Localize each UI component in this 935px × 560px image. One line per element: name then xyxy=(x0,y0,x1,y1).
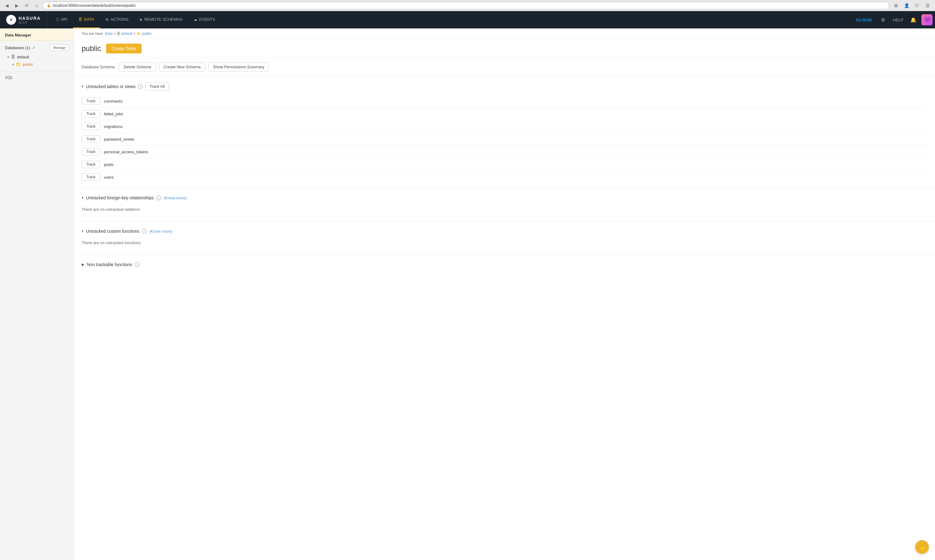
untracked-fk-section: ▾ Untracked foreign-key relationships i … xyxy=(74,189,935,220)
table-name-users: users xyxy=(104,175,114,180)
nav-home-btn[interactable]: ⌂ xyxy=(33,2,40,9)
table-row: Track comments xyxy=(82,95,927,108)
tab-events[interactable]: ☁ EVENTS xyxy=(188,11,221,28)
hasura-logo-text: HASURA v2.3.0 xyxy=(18,16,41,24)
breadcrumb-public-link[interactable]: public xyxy=(142,32,151,36)
untracked-fk-info-icon[interactable]: i xyxy=(156,195,161,200)
databases-title: Databases (1) ✓ xyxy=(5,45,36,50)
main-content: You are here: Data > 🗄 default > 📁 publi… xyxy=(74,28,935,560)
untracked-functions-info-icon[interactable]: i xyxy=(142,229,147,234)
tab-actions[interactable]: ⚙ ACTIONS xyxy=(100,11,134,28)
events-icon: ☁ xyxy=(194,17,197,22)
top-nav: H HASURA v2.3.0 ⬡ API 🗄 DATA ⚙ ACTIONS ◈… xyxy=(0,11,935,28)
untracked-tables-info-icon[interactable]: i xyxy=(138,84,143,89)
wave-btn[interactable]: 👋 xyxy=(915,540,929,554)
non-trackable-info-icon[interactable]: i xyxy=(134,262,139,267)
nav-back-btn[interactable]: ◀ xyxy=(3,2,11,9)
tab-data[interactable]: 🗄 DATA xyxy=(73,11,100,28)
table-row: Track migrations xyxy=(82,120,927,133)
functions-empty-message: There are no untracked functions xyxy=(82,238,927,250)
check-icon: ✓ xyxy=(32,45,36,50)
untracked-fk-title: Untracked foreign-key relationships xyxy=(86,195,154,200)
extensions-btn[interactable]: ⊞ xyxy=(892,1,900,10)
tab-remote-schemas[interactable]: ◈ REMOTE SCHEMAS xyxy=(134,11,188,28)
nav-refresh-btn[interactable]: ↺ xyxy=(23,2,30,9)
databases-header: Databases (1) ✓ Manage xyxy=(5,45,69,51)
breadcrumb-db-icon: 🗄 xyxy=(117,32,120,35)
non-trackable-chevron-icon[interactable]: ▶ xyxy=(82,262,85,267)
breadcrumb-default-link[interactable]: default xyxy=(121,32,132,36)
divider xyxy=(74,188,935,188)
page-title: public xyxy=(82,44,101,53)
url-bar[interactable]: 🔒 localhost:8080/console/data/default/sc… xyxy=(43,2,889,9)
schema-actions: Database Schema Delete Schema Create New… xyxy=(74,58,935,76)
data-manager-header: Data Manager xyxy=(0,28,74,41)
non-trackable-title: Non trackable functions xyxy=(87,262,132,267)
table-name-comments: comments xyxy=(104,99,122,103)
functions-know-more-link[interactable]: (Know more) xyxy=(149,229,172,234)
sql-item[interactable]: SQL xyxy=(0,72,74,83)
folder-icon: 📁 xyxy=(16,62,21,67)
fk-know-more-link[interactable]: (Know more) xyxy=(163,195,186,200)
table-name-password-resets: password_resets xyxy=(104,137,134,142)
db-default-item[interactable]: ▾ 🗄 default xyxy=(5,53,69,61)
table-row: Track personal_access_tokens xyxy=(82,146,927,158)
track-users-btn[interactable]: Track xyxy=(82,173,100,181)
untracked-functions-title: Untracked custom functions xyxy=(86,229,139,234)
create-new-schema-btn[interactable]: Create New Schema xyxy=(159,62,205,71)
table-name-failed-jobs: failed_jobs xyxy=(104,112,123,116)
remote-schemas-icon: ◈ xyxy=(139,17,142,22)
schema-name: public xyxy=(23,62,33,67)
table-row: Track password_resets xyxy=(82,133,927,146)
profile-btn[interactable]: 👤 xyxy=(902,1,911,10)
api-icon: ⬡ xyxy=(56,17,59,22)
nav-right: CLOUD ⚙ HELP 🔔 💜 xyxy=(852,14,935,25)
settings-icon-btn[interactable]: ⚙ xyxy=(878,14,889,25)
manage-btn[interactable]: Manage xyxy=(50,45,69,51)
cloud-btn[interactable]: CLOUD xyxy=(852,16,876,24)
breadcrumb-folder-icon: 📁 xyxy=(137,32,141,35)
untracked-tables-header: ▾ Untracked tables or views i Track All xyxy=(82,82,927,91)
menu-btn[interactable]: ☰ xyxy=(923,1,932,10)
track-all-btn[interactable]: Track All xyxy=(145,82,168,91)
data-icon: 🗄 xyxy=(79,17,82,22)
page-header: public Create Table xyxy=(74,38,935,58)
table-name-migrations: migrations xyxy=(104,124,122,129)
chevron-right-icon: ▾ xyxy=(12,63,14,66)
table-row: Track users xyxy=(82,171,927,183)
help-btn[interactable]: HELP xyxy=(890,16,907,24)
untracked-functions-section: ▾ Untracked custom functions i (Know mor… xyxy=(74,223,935,253)
db-icon: 🗄 xyxy=(11,54,15,59)
track-comments-btn[interactable]: Track xyxy=(82,97,100,105)
show-permissions-btn[interactable]: Show Permissions Summary xyxy=(208,62,269,71)
hasura-logo-icon: H xyxy=(6,15,16,25)
main-body: Data Manager Databases (1) ✓ Manage ▾ 🗄 … xyxy=(0,28,935,560)
functions-section-chevron-icon[interactable]: ▾ xyxy=(82,229,83,233)
browser-actions: ⊞ 👤 🛡 ☰ xyxy=(892,1,932,10)
bell-icon-btn[interactable]: 🔔 xyxy=(908,14,919,25)
divider-3 xyxy=(74,254,935,255)
nav-forward-btn[interactable]: ▶ xyxy=(13,2,20,9)
breadcrumb-data-link[interactable]: Data xyxy=(105,32,112,36)
non-trackable-section: ▶ Non trackable functions i xyxy=(74,256,935,274)
table-row: Track posts xyxy=(82,158,927,171)
section-chevron-icon[interactable]: ▾ xyxy=(82,85,83,89)
lock-icon: 🔒 xyxy=(47,3,51,8)
databases-section: Databases (1) ✓ Manage ▾ 🗄 default ▾ 📁 p… xyxy=(0,41,74,71)
create-table-btn[interactable]: Create Table xyxy=(106,43,142,54)
track-personal-access-tokens-btn[interactable]: Track xyxy=(82,148,100,155)
track-migrations-btn[interactable]: Track xyxy=(82,123,100,130)
tables-list: Track comments Track failed_jobs Track m… xyxy=(82,95,927,183)
database-schema-label: Database Schema xyxy=(82,65,115,69)
heart-btn[interactable]: 💜 xyxy=(921,14,932,25)
tab-api[interactable]: ⬡ API xyxy=(51,11,73,28)
track-posts-btn[interactable]: Track xyxy=(82,161,100,168)
schema-public-item[interactable]: ▾ 📁 public xyxy=(5,61,69,68)
track-failed-jobs-btn[interactable]: Track xyxy=(82,110,100,117)
fk-section-chevron-icon[interactable]: ▾ xyxy=(82,195,83,200)
shield-btn[interactable]: 🛡 xyxy=(913,1,921,10)
fk-empty-message: There are no untracked relations xyxy=(82,205,927,217)
untracked-fk-header: ▾ Untracked foreign-key relationships i … xyxy=(82,195,927,200)
delete-schema-btn[interactable]: Delete Schema xyxy=(119,62,156,71)
track-password-resets-btn[interactable]: Track xyxy=(82,135,100,143)
